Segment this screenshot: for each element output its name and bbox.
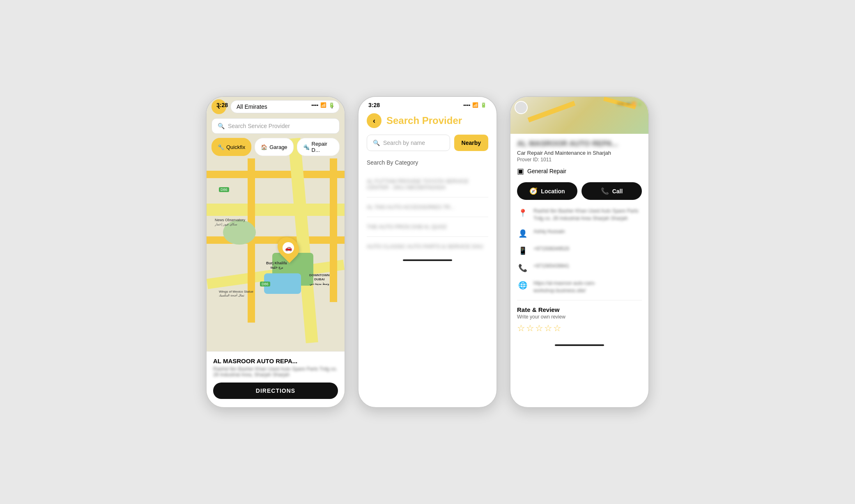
mobile-icon: 📱 — [517, 245, 529, 257]
address-text: Rashid Ibn Basher Khan Used Auto Spare P… — [533, 207, 642, 222]
mobile-text: +971508349520 — [533, 245, 569, 252]
status-icons-1: ▪▪▪▪ 📶 🔋 — [311, 102, 335, 108]
provider-item-4[interactable]: AUTO CLASSIC AUTO PARTS & SERVICE DXU — [367, 237, 488, 256]
map-top-3: 3:31 ▪▪▪▪ 📶 🔋 — [510, 97, 648, 134]
status-bar-2: 3:28 ▪▪▪▪ 📶 🔋 — [359, 97, 496, 110]
screenshot-container: News Observatory سكاي فيوز إعمار Burj Kh… — [189, 80, 666, 424]
provider-item-1[interactable]: AL FUTTAM PROVIDE TOYOTA SERVICE CENTER … — [367, 172, 488, 197]
search-placeholder-1: Search Service Provider — [228, 123, 290, 129]
battery-icon-2: 🔋 — [480, 102, 487, 108]
bottom-card: AL MASROOR AUTO REPA... Rashid Ibn Bashe… — [207, 351, 345, 407]
search-icon-2: 🔍 — [373, 140, 380, 146]
phone-2-content: 🔍 Search by name Nearby Search By Catego… — [359, 135, 496, 256]
wifi-icon-2: 📶 — [472, 102, 478, 108]
mobile-row: 📱 +971508349520 — [517, 245, 642, 257]
status-bar-1: 3:28 ▪▪▪▪ 📶 🔋 — [207, 97, 345, 110]
repair-icon: 🔩 — [303, 144, 310, 150]
phone-icon: 📞 — [601, 187, 609, 195]
location-icon: 🧭 — [529, 187, 538, 195]
time-1: 3:28 — [216, 102, 228, 108]
title-black: Search — [386, 115, 419, 126]
provider-name-2: AL TAKI AUTO ACCESSORIES TR... — [367, 204, 455, 210]
tab-repair[interactable]: 🔩 Repair D... — [297, 138, 340, 156]
provider-list: AL FUTTAM PROVIDE TOYOTA SERVICE CENTER … — [367, 172, 488, 256]
divider — [517, 300, 642, 300]
call-button[interactable]: 📞 Call — [581, 182, 642, 200]
star-rating[interactable]: ☆☆☆☆☆ — [517, 323, 642, 334]
home-bar-2 — [403, 259, 452, 261]
title-gold: Provider — [422, 115, 462, 126]
status-bar-3: 3:31 ▪▪▪▪ 📶 🔋 — [617, 102, 642, 106]
time-2: 3:28 — [368, 102, 380, 108]
phone-1: News Observatory سكاي فيوز إعمار Burj Kh… — [206, 96, 345, 408]
website-text: https://al-masroor-auto-cars-workshop.bu… — [533, 279, 642, 294]
contact-text: Ashiq Hussain — [533, 228, 565, 235]
search-placeholder-2: Search by name — [383, 140, 425, 146]
pin-inner: 🚗 — [283, 242, 294, 254]
directions-button[interactable]: DIRECTIONS — [213, 383, 338, 399]
rate-title: Rate & Review — [517, 306, 642, 313]
status-icons-2: ▪▪▪▪ 📶 🔋 — [463, 102, 487, 108]
phone-3: 3:31 ▪▪▪▪ 📶 🔋 AL MASROOR AUTO REPA... Ca… — [510, 96, 649, 408]
search-row: 🔍 Search by name Nearby — [367, 135, 488, 151]
signal-icon: ▪▪▪▪ — [311, 102, 318, 108]
garage-icon: 🏠 — [261, 144, 267, 150]
phone-row: 📞 +971565439941 — [517, 262, 642, 274]
provider-item-3[interactable]: THE AUTO PROS DXB AL QUOZ — [367, 217, 488, 237]
search-bar-1[interactable]: 🔍 Search Service Provider — [211, 118, 340, 134]
map-pin[interactable]: 🚗 — [278, 236, 298, 259]
battery-icon: 🔋 — [329, 102, 335, 108]
service-tag: ▣ General Repair — [517, 167, 642, 176]
provider-subtitle: Car Repair And Maintenance in Sharjah — [517, 150, 642, 156]
home-indicator-3 — [510, 341, 648, 349]
home-indicator-2 — [359, 256, 496, 264]
category-tabs: 🔧 Quickfix 🏠 Garage 🔩 Repair D... — [211, 138, 340, 156]
home-indicator-1 — [207, 407, 345, 408]
phone-2-header: ‹ Search Provider — [359, 110, 496, 135]
quickfix-icon: 🔧 — [218, 144, 224, 150]
tab-garage[interactable]: 🏠 Garage — [255, 138, 293, 156]
location-button[interactable]: 🧭 Location — [517, 182, 577, 200]
nearby-button[interactable]: Nearby — [454, 135, 488, 151]
map-pin-icon: 📍 — [517, 207, 529, 219]
back-button-2[interactable]: ‹ — [367, 113, 382, 128]
home-bar-3 — [555, 344, 604, 346]
avatar-3 — [515, 101, 528, 114]
layers-icon: ▣ — [517, 167, 524, 176]
phone-text: +971565439941 — [533, 262, 569, 270]
phone-icon-2: 📞 — [517, 262, 529, 274]
provider-name-3: THE AUTO PROS DXB AL QUOZ — [367, 224, 447, 230]
phone-2: 3:28 ▪▪▪▪ 📶 🔋 ‹ Search Provider 🔍 Search… — [358, 96, 497, 408]
page-title-2: Search Provider — [386, 115, 462, 126]
section-label: Search By Category — [367, 159, 488, 166]
provider-item-2[interactable]: AL TAKI AUTO ACCESSORIES TR... — [367, 197, 488, 217]
address-row: 📍 Rashid Ibn Basher Khan Used Auto Spare… — [517, 207, 642, 222]
website-row: 🌐 https://al-masroor-auto-cars-workshop.… — [517, 279, 642, 294]
phone-3-content: AL MASROOR AUTO REPA... Car Repair And M… — [510, 134, 648, 341]
search-input[interactable]: 🔍 Search by name — [367, 135, 450, 151]
action-buttons: 🧭 Location 📞 Call — [517, 182, 642, 200]
rate-section: Rate & Review Write your own review ☆☆☆☆… — [517, 305, 642, 335]
person-icon: 👤 — [517, 228, 529, 239]
provider-title: AL MASROOR AUTO REPA... — [213, 357, 338, 364]
search-icon-1: 🔍 — [218, 123, 225, 129]
provider-name-1: AL FUTTAM PROVIDE TOYOTA SERVICE CENTER … — [367, 178, 469, 190]
signal-icon-2: ▪▪▪▪ — [463, 102, 470, 108]
provider-name-4: AUTO CLASSIC AUTO PARTS & SERVICE DXU — [367, 243, 483, 250]
contact-row: 👤 Ashiq Hussain — [517, 228, 642, 239]
provider-name-blurred: AL MASROOR AUTO REPA... — [517, 140, 642, 148]
rate-subtitle: Write your own review — [517, 314, 642, 320]
service-name: General Repair — [527, 168, 566, 174]
wifi-icon: 📶 — [320, 102, 326, 108]
provider-desc: Rashid Ibn Basher Khan Used Auto Spare P… — [213, 366, 338, 378]
globe-icon: 🌐 — [517, 279, 529, 291]
tab-quickfix[interactable]: 🔧 Quickfix — [211, 138, 251, 156]
provider-id: Prover ID: 1011 — [517, 157, 642, 163]
